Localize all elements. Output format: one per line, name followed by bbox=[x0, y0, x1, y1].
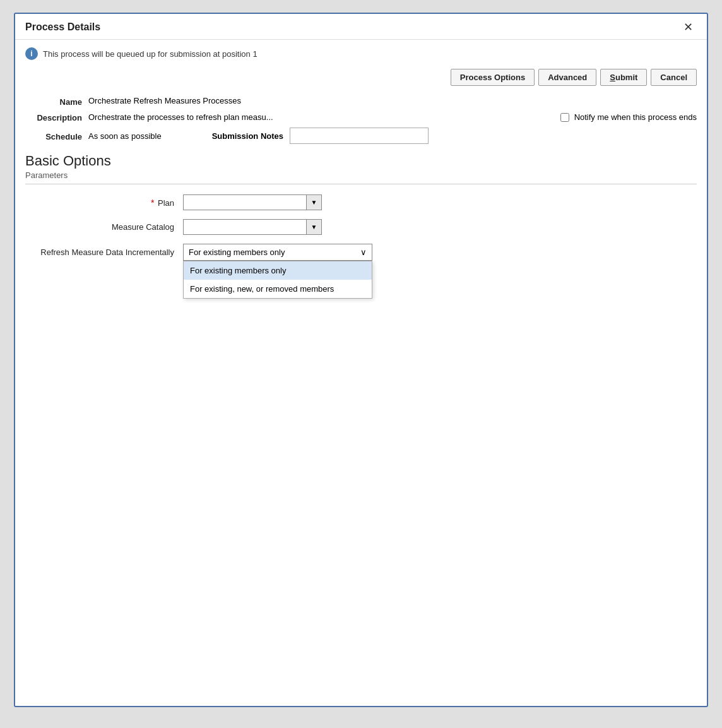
refresh-option-all[interactable]: For existing, new, or removed members bbox=[184, 280, 372, 298]
refresh-dropdown-trigger[interactable]: For existing members only ∨ bbox=[183, 244, 372, 261]
dialog-body: i This process will be queued up for sub… bbox=[15, 40, 707, 271]
name-label: Name bbox=[25, 96, 82, 107]
cancel-button[interactable]: Cancel bbox=[651, 69, 697, 86]
measure-catalog-combo: ▼ bbox=[183, 219, 322, 235]
advanced-button[interactable]: Advanced bbox=[538, 69, 596, 86]
refresh-control: For existing members only ∨ For existing… bbox=[183, 244, 697, 261]
notify-checkbox[interactable] bbox=[560, 113, 569, 122]
refresh-dropdown-container: For existing members only ∨ For existing… bbox=[183, 244, 372, 261]
measure-catalog-control: ▼ bbox=[183, 219, 697, 235]
params-grid: * Plan ▼ Measure Catalog ▼ bbox=[25, 194, 697, 261]
process-options-button[interactable]: Process Options bbox=[451, 69, 535, 86]
info-message: This process will be queued up for submi… bbox=[43, 49, 257, 59]
process-details-dialog: Process Details ✕ i This process will be… bbox=[14, 13, 708, 707]
details-section: Name Orchestrate Refresh Measures Proces… bbox=[25, 96, 697, 144]
plan-combo: ▼ bbox=[183, 194, 322, 210]
name-value: Orchestrate Refresh Measures Processes bbox=[88, 96, 241, 105]
measure-catalog-input[interactable] bbox=[184, 220, 306, 234]
notify-label: Notify me when this process ends bbox=[574, 112, 697, 122]
required-star: * bbox=[151, 198, 154, 208]
refresh-chevron-icon: ∨ bbox=[360, 248, 367, 257]
plan-control: ▼ bbox=[183, 194, 697, 210]
plan-label: * Plan bbox=[38, 198, 177, 208]
refresh-selected-value: For existing members only bbox=[189, 248, 285, 257]
toolbar: Process Options Advanced Submit Cancel bbox=[25, 69, 697, 86]
info-bar: i This process will be queued up for sub… bbox=[25, 47, 697, 60]
dialog-header: Process Details ✕ bbox=[15, 14, 707, 40]
submission-notes-input[interactable] bbox=[290, 128, 429, 144]
submission-notes-label: Submission Notes bbox=[212, 131, 283, 141]
section-title: Basic Options bbox=[25, 153, 697, 169]
dialog-title: Process Details bbox=[25, 21, 100, 33]
info-icon: i bbox=[25, 47, 38, 60]
plan-input[interactable] bbox=[184, 195, 306, 210]
refresh-option-existing[interactable]: For existing members only bbox=[184, 261, 372, 280]
plan-label-text: Plan bbox=[158, 198, 174, 208]
submit-button[interactable]: Submit bbox=[600, 69, 647, 86]
basic-options-section: Basic Options Parameters * Plan ▼ Measur… bbox=[25, 153, 697, 261]
schedule-value: As soon as possible bbox=[88, 131, 162, 141]
close-button[interactable]: ✕ bbox=[680, 20, 697, 34]
description-label: Description bbox=[25, 112, 82, 122]
refresh-label: Refresh Measure Data Incrementally bbox=[38, 248, 177, 257]
measure-catalog-dropdown-btn[interactable]: ▼ bbox=[306, 220, 321, 234]
schedule-label: Schedule bbox=[25, 131, 82, 141]
plan-dropdown-btn[interactable]: ▼ bbox=[306, 195, 321, 210]
description-value: Orchestrate the processes to refresh pla… bbox=[88, 112, 535, 122]
refresh-dropdown-list: For existing members only For existing, … bbox=[183, 261, 372, 299]
section-subtitle: Parameters bbox=[25, 170, 697, 184]
measure-catalog-label: Measure Catalog bbox=[38, 222, 177, 232]
